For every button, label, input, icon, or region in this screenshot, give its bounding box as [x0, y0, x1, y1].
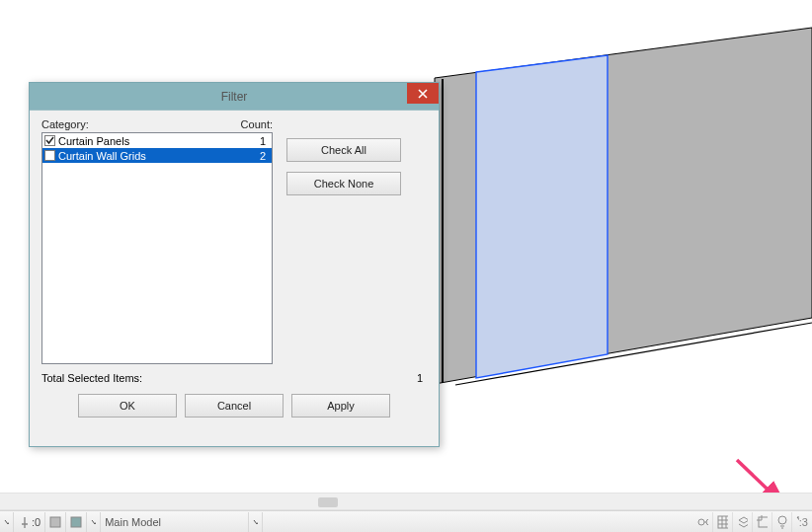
checkbox[interactable] [44, 135, 55, 146]
status-filter[interactable]: :3 [792, 512, 812, 532]
bulb-icon [776, 515, 787, 529]
status-layers[interactable] [733, 512, 753, 532]
ok-button[interactable]: OK [78, 394, 177, 418]
svg-point-4 [706, 519, 708, 525]
selection-count: :0 [32, 516, 41, 528]
close-icon [418, 89, 428, 99]
item-count: 2 [242, 150, 272, 162]
svg-rect-1 [50, 517, 60, 527]
workset-dropdown[interactable] [249, 512, 263, 532]
header-count: Count: [229, 118, 273, 130]
filter-dialog: Filter Category: Count: Curtain Panels1C… [29, 82, 440, 447]
side-buttons: Check All Check None [286, 138, 401, 364]
status-pushpin[interactable]: :0 [14, 512, 45, 532]
svg-point-3 [698, 519, 704, 525]
model-panel-selected [476, 55, 608, 378]
total-value: 1 [383, 372, 427, 384]
chevron-down-icon [4, 518, 9, 526]
pushpin-icon [18, 515, 32, 529]
category-list[interactable]: Curtain Panels1Curtain Wall Grids2 [41, 132, 273, 364]
status-crop[interactable] [753, 512, 772, 532]
svg-rect-6 [759, 517, 768, 527]
list-item[interactable]: Curtain Panels1 [42, 133, 272, 148]
workspace: Filter Category: Count: Curtain Panels1C… [0, 0, 812, 532]
svg-rect-2 [71, 517, 81, 527]
status-dropdown-2[interactable] [87, 512, 101, 532]
svg-point-7 [778, 516, 786, 524]
list-item[interactable]: Curtain Wall Grids2 [42, 148, 272, 163]
workset-label: Main Model [105, 516, 161, 528]
chevron-down-icon [253, 518, 258, 526]
cancel-button[interactable]: Cancel [185, 394, 284, 418]
dialog-title: Filter [30, 90, 439, 104]
status-bulb[interactable] [772, 512, 792, 532]
workset-combo[interactable]: Main Model [101, 512, 249, 532]
status-swatch-group[interactable] [45, 512, 66, 532]
scrollbar-thumb[interactable] [318, 497, 338, 507]
header-category: Category: [41, 118, 229, 130]
dialog-titlebar[interactable]: Filter [30, 83, 439, 111]
item-name: Curtain Wall Grids [58, 150, 242, 162]
apply-button[interactable]: Apply [291, 394, 390, 418]
check-icon [45, 136, 54, 145]
layers-icon [737, 515, 748, 529]
status-reveal[interactable] [713, 512, 733, 532]
status-bar: :0 Main Model [0, 510, 812, 532]
checkbox[interactable] [44, 150, 55, 161]
total-row: Total Selected Items: 1 [41, 372, 427, 384]
item-count: 1 [242, 135, 272, 147]
item-name: Curtain Panels [58, 135, 242, 147]
swatch-icon [49, 516, 61, 528]
check-all-button[interactable]: Check All [286, 138, 401, 162]
list-header: Category: Count: [41, 118, 427, 130]
grid-icon [717, 515, 728, 529]
dialog-buttons: OK Cancel Apply [41, 394, 427, 418]
status-dropdown-1[interactable] [0, 512, 14, 532]
horizontal-scrollbar[interactable] [0, 493, 812, 510]
filter-count: :3 [799, 516, 808, 528]
crop-icon [757, 515, 768, 529]
status-glasses[interactable] [693, 512, 713, 532]
swatch-icon [70, 516, 82, 528]
chevron-down-icon [91, 518, 96, 526]
glasses-icon [697, 516, 708, 528]
check-none-button[interactable]: Check None [286, 172, 401, 195]
close-button[interactable] [407, 83, 439, 104]
total-label: Total Selected Items: [41, 372, 383, 384]
dialog-body: Category: Count: Curtain Panels1Curtain … [30, 111, 439, 446]
status-swatch-group-2[interactable] [66, 512, 87, 532]
